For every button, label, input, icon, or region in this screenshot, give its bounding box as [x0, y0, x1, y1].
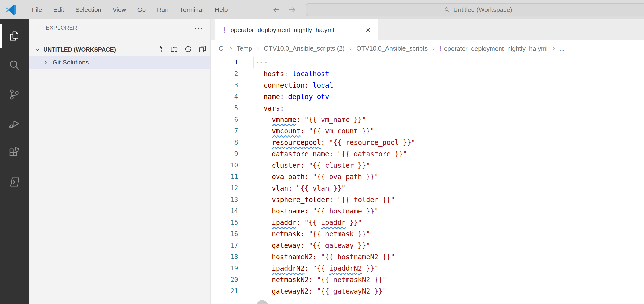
breadcrumb-label: operator_deployment_nightly_ha.yml [444, 45, 548, 52]
line-text: vlan: "{{ vlan }}" [255, 183, 346, 194]
menu-item-terminal[interactable]: Terminal [174, 0, 209, 20]
new-file-button[interactable] [156, 45, 165, 55]
indent-guide [254, 228, 254, 240]
indent-guide [254, 125, 254, 137]
line-text: netmaskN2: "{{ netmaskN2 }}" [255, 274, 386, 285]
sidebar-item-git-solutions[interactable]: Git-Solutions [29, 56, 210, 69]
activity-item-extensions[interactable] [0, 139, 29, 168]
line-number: 18 [211, 251, 238, 263]
line-text: ova_path: "{{ ova_path }}" [255, 171, 378, 183]
breadcrumb-item-1[interactable]: Temp [237, 45, 252, 52]
line-number: 6 [211, 114, 238, 125]
code-line-5[interactable]: 5 vars: [211, 103, 644, 114]
workspace-section-label: UNTITLED (WORKSPACE) [43, 46, 116, 53]
run-debug-icon [8, 117, 21, 131]
breadcrumb-separator-icon [348, 46, 353, 52]
code-line-6[interactable]: 6 vmname: "{{ vm_name }}" [211, 114, 644, 125]
back-arrow-icon[interactable] [272, 5, 281, 14]
code-line-7[interactable]: 7 vmcount: "{{ vm_count }}" [211, 125, 644, 137]
tab-operator-deployment[interactable]: ! operator_deployment_nightly_ha.yml [215, 20, 378, 40]
search-icon [444, 6, 450, 13]
menu-item-edit[interactable]: Edit [48, 0, 70, 20]
activity-item-source-control[interactable] [0, 80, 29, 110]
source-control-icon [8, 88, 21, 102]
new-folder-button[interactable] [170, 45, 179, 55]
line-text: resourcepool: "{{ resource_pool }}" [255, 137, 415, 148]
code-line-2[interactable]: 2- hosts: localhost [211, 68, 644, 80]
activity-item-files[interactable] [0, 22, 29, 51]
menu-item-file[interactable]: File [26, 0, 48, 20]
forward-arrow-icon[interactable] [288, 5, 297, 14]
search-icon [8, 59, 21, 73]
line-text: netmask: "{{ netmask }}" [255, 228, 370, 240]
indent-guide [254, 160, 254, 171]
code-line-8[interactable]: 8 resourcepool: "{{ resource_pool }}" [211, 137, 644, 148]
indent-guide [254, 114, 254, 125]
code-lines: 1---2- hosts: localhost3 connection: loc… [211, 57, 644, 297]
code-line-14[interactable]: 14 hostname: "{{ hostname }}" [211, 205, 644, 217]
workspace-section-header[interactable]: UNTITLED (WORKSPACE) [29, 43, 210, 56]
chevron-right-icon [42, 59, 49, 66]
activity-item-run-debug[interactable] [0, 110, 29, 139]
code-line-9[interactable]: 9 datastore_name: "{{ datastore }}" [211, 148, 644, 160]
code-line-20[interactable]: 20 netmaskN2: "{{ netmaskN2 }}" [211, 274, 644, 285]
code-line-15[interactable]: 15 ipaddr: "{{ ipaddr }}" [211, 217, 644, 228]
breadcrumb-label: C: [219, 45, 225, 52]
code-line-17[interactable]: 17 gateway: "{{ gateway }}" [211, 240, 644, 251]
line-text: hostnameN2: "{{ hostnameN2 }}" [255, 251, 395, 263]
yaml-file-icon: ! [224, 26, 226, 35]
editor-group: ! operator_deployment_nightly_ha.yml C:T… [210, 20, 644, 304]
menu-item-view[interactable]: View [107, 0, 132, 20]
breadcrumb-item-3[interactable]: OTV10.0_Ansible_scripts [356, 45, 428, 52]
breadcrumb-label: ... [559, 45, 565, 52]
breadcrumb-item-2[interactable]: OTV10.0_Ansible_scripts (2) [264, 45, 344, 52]
code-line-13[interactable]: 13 vsphere_folder: "{{ folder }}" [211, 194, 644, 205]
more-actions-icon[interactable]: ··· [194, 25, 204, 30]
chevron-down-icon [34, 46, 41, 53]
indent-guide [254, 205, 254, 217]
menu-item-selection[interactable]: Selection [70, 0, 107, 20]
line-text: cluster: "{{ cluster }}" [255, 160, 370, 171]
line-number: 3 [211, 80, 238, 91]
extensions-icon [8, 146, 21, 160]
indent-guide [254, 91, 254, 103]
line-number: 20 [211, 274, 238, 285]
line-text: gateway: "{{ gateway }}" [255, 240, 370, 251]
collapse-all-button[interactable] [198, 45, 207, 55]
menu-item-go[interactable]: Go [132, 0, 152, 20]
line-text: vsphere_folder: "{{ folder }}" [255, 194, 395, 205]
code-line-11[interactable]: 11 ova_path: "{{ ova_path }}" [211, 171, 644, 183]
command-center-label: Untitled (Workspace) [453, 6, 512, 14]
activity-item-terminal[interactable] [0, 168, 29, 197]
line-number: 11 [211, 171, 238, 183]
menu-item-run[interactable]: Run [151, 0, 174, 20]
activity-item-search[interactable] [0, 51, 29, 80]
indent-guide [254, 171, 254, 183]
indent-guide [254, 80, 254, 91]
code-line-21[interactable]: 21 gatewayN2: "{{ gatewayN2 }}" [211, 285, 644, 297]
tab-bar: ! operator_deployment_nightly_ha.yml [211, 20, 644, 40]
breadcrumb-item-5[interactable]: ... [559, 45, 565, 52]
code-line-19[interactable]: 19 ipaddrN2: "{{ ipaddrN2 }}" [211, 263, 644, 274]
close-icon[interactable] [364, 26, 372, 34]
code-line-10[interactable]: 10 cluster: "{{ cluster }}" [211, 160, 644, 171]
indent-guide [254, 183, 254, 194]
line-number: 21 [211, 285, 238, 297]
breadcrumb-item-0[interactable]: C: [219, 45, 225, 52]
current-line-highlight [253, 57, 644, 68]
indent-guide [254, 148, 254, 160]
line-number: 7 [211, 125, 238, 137]
code-line-1[interactable]: 1--- [211, 57, 644, 68]
command-center-search[interactable]: Untitled (Workspace) [306, 3, 644, 16]
code-line-16[interactable]: 16 netmask: "{{ netmask }}" [211, 228, 644, 240]
menu-item-help[interactable]: Help [209, 0, 233, 20]
code-line-3[interactable]: 3 connection: local [211, 80, 644, 91]
line-text: name: deploy_otv [255, 91, 329, 103]
indent-guide [254, 217, 254, 228]
code-line-4[interactable]: 4 name: deploy_otv [211, 91, 644, 103]
code-line-12[interactable]: 12 vlan: "{{ vlan }}" [211, 183, 644, 194]
code-editor[interactable]: 1---2- hosts: localhost3 connection: loc… [211, 57, 644, 304]
code-line-18[interactable]: 18 hostnameN2: "{{ hostnameN2 }}" [211, 251, 644, 263]
breadcrumb-item-4[interactable]: !operator_deployment_nightly_ha.yml [439, 45, 548, 53]
refresh-button[interactable] [184, 45, 193, 55]
